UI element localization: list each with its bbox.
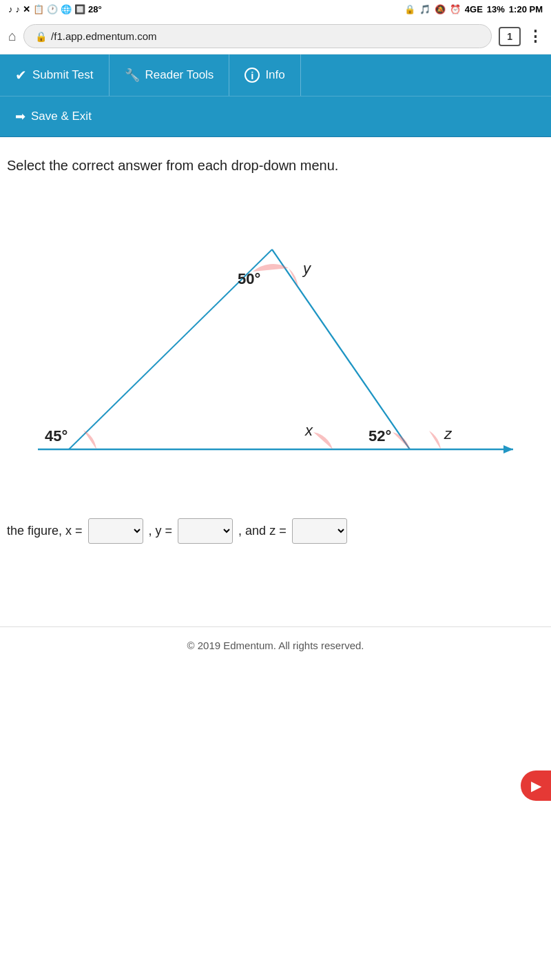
url-bar[interactable]: 🔒 /f1.app.edmentum.com [23, 24, 492, 48]
angle-52-label: 52° [368, 427, 391, 445]
z-label: , and z = [238, 524, 287, 538]
submit-test-label: Submit Test [32, 68, 94, 82]
status-left-icons: ♪ ♪ ✕ 📋 🕐 🌐 🔲 28° [8, 4, 102, 14]
geometry-diagram: 50° y 45° x 52° z [17, 194, 527, 491]
svg-line-4 [272, 249, 410, 449]
footer: © 2019 Edmentum. All rights reserved. [0, 626, 551, 664]
lock-status-icon: 🔒 [404, 4, 415, 14]
y-label: , y = [149, 524, 173, 538]
copy-icon: 📋 [33, 4, 44, 14]
signal-4g: 4GE [465, 4, 483, 14]
mute-icon: 🔕 [435, 4, 446, 14]
status-right-icons: 🔒 🎵 🔕 ⏰ 4GE 13% 1:20 PM [404, 4, 543, 14]
reader-tools-button[interactable]: 🔧 Reader Tools [110, 54, 230, 96]
tiktok-icon1: ♪ [8, 4, 13, 14]
submit-test-button[interactable]: ✔ Submit Test [0, 54, 110, 96]
toolbar: ✔ Submit Test 🔧 Reader Tools i Info ➡ Sa… [0, 54, 551, 137]
y-dropdown[interactable]: 83°85°80°90° [178, 518, 233, 544]
info-label: Info [265, 68, 284, 82]
figure-label: the figure, x = [7, 524, 83, 538]
z-dropdown[interactable]: 83°85°80°90° [292, 518, 347, 544]
home-icon[interactable]: ⌂ [8, 28, 17, 44]
answer-row: the figure, x = 83°85°80°90° , y = 83°85… [7, 511, 537, 551]
svg-marker-1 [503, 445, 513, 453]
tab-count-badge[interactable]: 1 [499, 27, 521, 46]
tiktok-icon2: ♪ [16, 4, 21, 14]
x-dropdown[interactable]: 83°85°80°90° [88, 518, 143, 544]
save-exit-label: Save & Exit [31, 110, 92, 123]
angle-45-label: 45° [45, 427, 67, 445]
temperature: 28° [88, 4, 102, 14]
info-icon: i [245, 68, 260, 83]
angle-50-label: 50° [238, 270, 260, 287]
screen-icon: 🔲 [74, 4, 85, 14]
footer-text: © 2019 Edmentum. All rights reserved. [187, 640, 364, 651]
content-area: Select the correct answer from each drop… [0, 137, 551, 571]
globe-icon: 🌐 [61, 4, 72, 14]
checkmark-icon: ✔ [15, 67, 27, 83]
save-exit-button[interactable]: ➡ Save & Exit [0, 96, 107, 136]
close-icon: ✕ [23, 4, 30, 14]
toolbar-second-row: ➡ Save & Exit [0, 96, 551, 136]
angle-y-label: y [302, 260, 312, 277]
diagram-container: 50° y 45° x 52° z [7, 194, 537, 491]
browser-bar: ⌂ 🔒 /f1.app.edmentum.com 1 ⋮ [0, 19, 551, 54]
ssl-lock-icon: 🔒 [35, 31, 47, 42]
browser-menu-icon[interactable]: ⋮ [528, 28, 543, 45]
bluetooth-icon: 🎵 [419, 4, 430, 14]
wrench-icon: 🔧 [125, 68, 140, 83]
alarm-icon: ⏰ [450, 4, 461, 14]
instruction-prefix: S [7, 158, 16, 173]
battery-level: 13% [487, 4, 505, 14]
reader-tools-label: Reader Tools [145, 68, 214, 82]
instruction-text: Select the correct answer from each drop… [7, 158, 537, 174]
info-button[interactable]: i Info [229, 54, 300, 96]
current-time: 1:20 PM [509, 4, 543, 14]
angle-z-label: z [444, 425, 453, 442]
clock-icon: 🕐 [47, 4, 58, 14]
angle-x-label: x [304, 422, 313, 439]
url-text: /f1.app.edmentum.com [51, 30, 156, 42]
status-bar: ♪ ♪ ✕ 📋 🕐 🌐 🔲 28° 🔒 🎵 🔕 ⏰ 4GE 13% 1:20 P… [0, 0, 551, 19]
exit-icon: ➡ [15, 109, 25, 124]
